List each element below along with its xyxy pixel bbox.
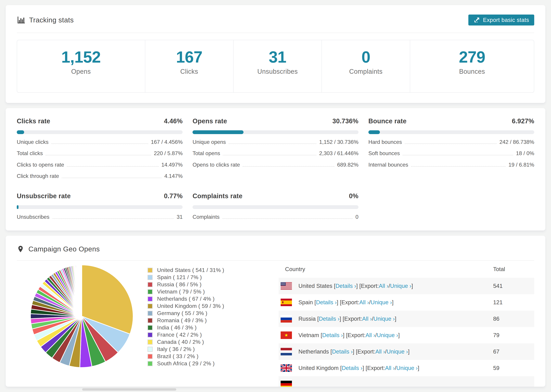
rate-row-value-hard-bounces: 242 / 86.738% [500,139,534,145]
rate-row-value-total-clicks: 220 / 5.87% [154,150,183,157]
export-all-link[interactable]: All › [385,365,395,371]
rate-title-opens-rate: Opens rate [192,118,227,125]
export-all-link[interactable]: All › [379,283,389,289]
legend-label-spain: Spain ( 121 / 7% ) [157,274,202,280]
geo-table-row-vietnam: Vietnam [Details ›] [Export: All › / Uni… [279,327,534,343]
geo-table-row-partial [279,376,534,387]
flag-icon-vn [281,331,292,339]
bracket-text: [ [334,283,335,289]
bracket-text: ] [Export: [337,299,359,306]
flag-icon-gb [281,364,292,372]
legend-item-canada: Canada ( 40 / 2% ) [148,338,267,346]
export-all-link[interactable]: All › [375,348,385,355]
legend-swatch-spain [148,275,153,280]
bracket-text: ] [Export: [339,315,362,322]
rate-row-value-unique-opens: 1,152 / 30.736% [319,139,358,145]
legend-item-germany: Germany ( 55 / 3% ) [148,310,267,317]
export-unique-link[interactable]: Unique › [390,283,411,289]
geo-table-body: United States [Details ›] [Export: All ›… [279,278,534,387]
rate-row-internal-bounces: Internal bounces19 / 6.81% [368,161,534,168]
export-unique-link[interactable]: Unique › [387,348,408,355]
legend-label-canada: Canada ( 40 / 2% ) [157,339,204,345]
dotted-leader [222,218,353,219]
rate-row-unique-clicks: Unique clicks167 / 4.456% [17,139,183,145]
details-link[interactable]: Details › [342,365,362,371]
campaign-geo-opens-card: Campaign Geo Opens United States ( 541 /… [6,236,545,387]
bracket-text: ] [Export: [343,332,366,338]
geo-total-cell-netherlands: 67 [485,348,534,355]
legend-item-france: France ( 42 / 2% ) [148,331,267,338]
rate-head-clicks-rate: Clicks rate4.46% [17,118,183,125]
legend-swatch-brazil [148,354,153,359]
export-unique-link[interactable]: Unique › [371,299,392,306]
rate-rows-bounce-rate: Hard bounces242 / 86.738%Soft bounces18 … [368,139,534,168]
stat-complaints: 0Complaints [322,40,410,92]
bracket-text: [ [317,315,319,322]
geo-total-cell-vietnam: 79 [485,332,534,338]
geo-country-cell-vietnam: Vietnam [Details ›] [Export: All › / Uni… [298,332,485,338]
stat-label-complaints: Complaints [325,68,406,75]
rate-progress-fill-unsubscribe-rate [17,205,19,209]
export-basic-stats-button[interactable]: Export basic stats [468,14,534,26]
geo-table-header-row: Country Total [279,261,534,278]
rate-value-opens-rate: 30.736% [332,118,359,125]
dotted-leader [67,166,159,167]
tracking-stats-header: Tracking stats Export basic stats [17,14,534,33]
details-link[interactable]: Details › [322,332,343,338]
country-name: Netherlands [298,348,330,355]
export-all-link[interactable]: All › [359,299,369,306]
dotted-leader [403,155,513,155]
export-unique-link[interactable]: Unique › [373,315,395,322]
geo-header: Campaign Geo Opens [17,245,534,261]
separator-text: / [372,315,373,322]
geo-content: United States ( 541 / 31% )Spain ( 121 /… [17,261,534,387]
pie-slice-other-50[interactable] [82,265,82,316]
horizontal-scrollbar-thumb[interactable] [82,388,176,391]
rate-progress-unsubscribe-rate [17,205,183,209]
separator-text: / [389,283,390,289]
details-link[interactable]: Details › [335,283,356,289]
geo-table-row-united-kingdom: United Kingdom [Details ›] [Export: All … [279,360,534,376]
rate-row-label-complaints: Complaints [192,214,219,220]
rate-title-clicks-rate: Clicks rate [17,118,50,125]
bracket-text: ] [411,283,413,289]
dotted-leader [51,143,148,144]
details-link[interactable]: Details › [316,299,337,306]
legend-item-united-states: United States ( 541 / 31% ) [148,267,267,274]
rates-grid: Clicks rate4.46%Unique clicks167 / 4.456… [17,118,534,220]
export-unique-link[interactable]: Unique › [377,332,398,338]
rate-value-clicks-rate: 4.46% [164,118,183,125]
rate-head-bounce-rate: Bounce rate6.927% [368,118,534,125]
stat-label-unsubscribes: Unsubscribes [237,68,318,75]
country-name: Vietnam [298,332,321,338]
dotted-leader [243,166,334,167]
export-all-link[interactable]: All › [366,332,375,338]
rate-row-unique-opens: Unique opens1,152 / 30.736% [192,139,358,145]
geo-total-cell-russia: 86 [485,315,534,322]
details-link[interactable]: Details › [332,348,353,355]
stat-label-bounces: Bounces [414,68,530,75]
export-all-link[interactable]: All › [362,315,372,322]
bracket-text: [ [321,332,322,338]
rate-progress-complaints-rate [192,205,358,209]
rate-value-complaints-rate: 0% [349,192,359,200]
rate-head-complaints-rate: Complaints rate0% [192,192,358,200]
legend-item-united-kingdom: United Kingdom ( 59 / 3% ) [148,302,267,310]
legend-swatch-italy [148,347,153,352]
flag-icon-es [281,299,292,306]
bracket-text: ] [395,315,396,322]
dotted-leader [405,143,497,144]
rate-rows-complaints-rate: Complaints0 [192,214,358,220]
rate-head-opens-rate: Opens rate30.736% [192,118,358,125]
separator-text: / [385,348,387,355]
export-unique-link[interactable]: Unique › [396,365,418,371]
rate-head-unsubscribe-rate: Unsubscribe rate0.77% [17,192,183,200]
geo-country-cell-united-kingdom: United Kingdom [Details ›] [Export: All … [298,365,485,371]
rate-row-click-through-rate: Click through rate4.147% [17,173,183,179]
geo-table-row-netherlands: Netherlands [Details ›] [Export: All › /… [279,343,534,360]
rate-progress-fill-clicks-rate [17,130,24,134]
rate-row-value-internal-bounces: 19 / 6.81% [509,161,534,168]
details-link[interactable]: Details › [319,315,339,322]
rate-row-label-opens-to-clicks-rate: Opens to clicks rate [192,161,240,168]
geo-table-row-united-states: United States [Details ›] [Export: All ›… [279,278,534,294]
